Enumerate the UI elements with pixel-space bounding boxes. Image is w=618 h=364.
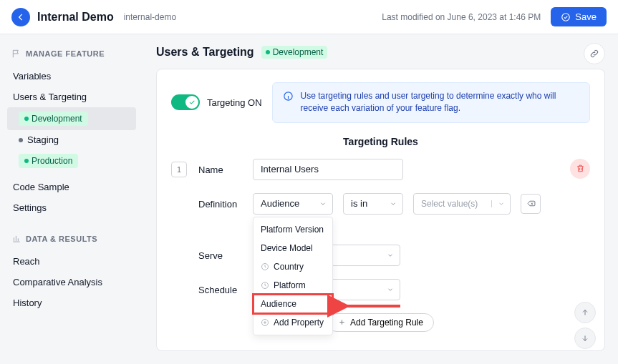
property-dropdown: Platform Version Device Model Country Pl… [253,217,333,335]
move-rule-up-button[interactable] [574,302,596,323]
toggle-label: Targeting ON [207,97,262,108]
targeting-card: Targeting ON Use targeting rules and use… [156,69,605,351]
plus-icon [338,318,346,326]
sidebar-item-comparative[interactable]: Comparative Analysis [7,272,136,292]
operator-select-value: is in [351,198,367,209]
plus-circle-icon [261,318,269,327]
add-rule-label: Add Targeting Rule [350,318,423,328]
page-title: Users & Targeting [156,46,254,59]
svg-point-0 [562,13,570,21]
delete-rule-button[interactable] [570,159,590,179]
sidebar-item-code-sample[interactable]: Code Sample [7,177,136,197]
sidebar-section-data: DATA & RESULTS [7,230,136,251]
dropdown-option-add-property[interactable]: Add Property [254,313,332,332]
save-button[interactable]: Save [551,7,607,26]
sidebar-section-label: MANAGE FEATURE [26,49,105,58]
sidebar-item-history[interactable]: History [7,292,136,313]
info-banner: Use targeting rules and user targeting t… [272,82,590,123]
chevron-down-icon [498,200,505,207]
value-placeholder: Select value(s) [414,199,491,209]
value-multiselect[interactable]: Select value(s) [413,193,511,215]
dropdown-option-device-model[interactable]: Device Model [254,239,332,257]
arrow-down-icon [581,334,589,343]
definition-field-label: Definition [198,193,240,210]
sidebar-env-production[interactable]: Production [7,149,136,172]
feature-slug: internal-demo [124,12,176,22]
environment-pill: Development [261,46,328,59]
chevron-down-icon [387,286,394,293]
chevron-down-icon [387,252,394,259]
property-select[interactable]: Audience [253,193,333,215]
dropdown-option-platform-version[interactable]: Platform Version [254,220,332,239]
dropdown-option-platform[interactable]: Platform [254,276,332,295]
flag-icon [11,49,21,59]
env-label: Staging [27,134,59,145]
backspace-icon [526,199,536,208]
operator-select[interactable]: is in [343,193,403,215]
serve-field-label: Serve [198,245,240,261]
main-content: Users & Targeting Development Targeting … [143,34,618,363]
move-rule-down-button[interactable] [574,328,596,349]
clock-icon [261,262,269,271]
add-targeting-rule-button[interactable]: Add Targeting Rule [327,313,434,332]
sidebar-env-development[interactable]: Development [7,107,136,130]
sidebar-section-label: DATA & RESULTS [26,235,97,243]
property-select-value: Audience [261,198,299,209]
feature-title: Internal Demo [37,11,114,24]
sidebar: MANAGE FEATURE Variables Users & Targeti… [0,34,143,363]
rule-number: 1 [171,162,187,177]
name-field-label: Name [198,159,240,175]
trash-icon [576,164,585,173]
back-button[interactable] [11,8,30,26]
env-label: Production [32,156,72,166]
sidebar-item-users-targeting[interactable]: Users & Targeting [7,87,136,107]
targeting-rule: 1 Name Definition Audien [171,159,590,300]
info-icon [283,91,294,102]
sidebar-item-reach[interactable]: Reach [7,251,136,272]
sidebar-item-settings[interactable]: Settings [7,197,136,218]
last-modified-text: Last modified on June 6, 2023 at 1:46 PM [382,12,541,22]
sidebar-env-staging[interactable]: Staging [7,130,136,149]
clock-icon [261,281,269,290]
sidebar-section-manage: MANAGE FEATURE [7,44,136,66]
rules-section-title: Targeting Rules [171,136,590,147]
clear-definition-button[interactable] [521,194,541,214]
save-button-label: Save [575,11,597,22]
targeting-toggle[interactable] [171,94,200,110]
env-label: Development [32,114,82,124]
chart-icon [11,234,21,244]
arrow-up-icon [581,308,589,317]
check-icon [188,99,195,106]
sidebar-item-variables[interactable]: Variables [7,66,136,87]
chevron-down-icon [390,200,397,207]
dropdown-option-country[interactable]: Country [254,257,332,276]
chevron-down-icon [319,200,327,207]
dropdown-option-audience[interactable]: Audience [254,295,332,313]
info-text: Use targeting rules and user targeting t… [301,90,579,115]
rule-name-input[interactable] [253,159,403,180]
link-icon [589,49,599,59]
copy-link-button[interactable] [584,43,605,64]
schedule-field-label: Schedule [198,279,240,295]
top-bar: Internal Demo internal-demo Last modifie… [0,0,618,34]
